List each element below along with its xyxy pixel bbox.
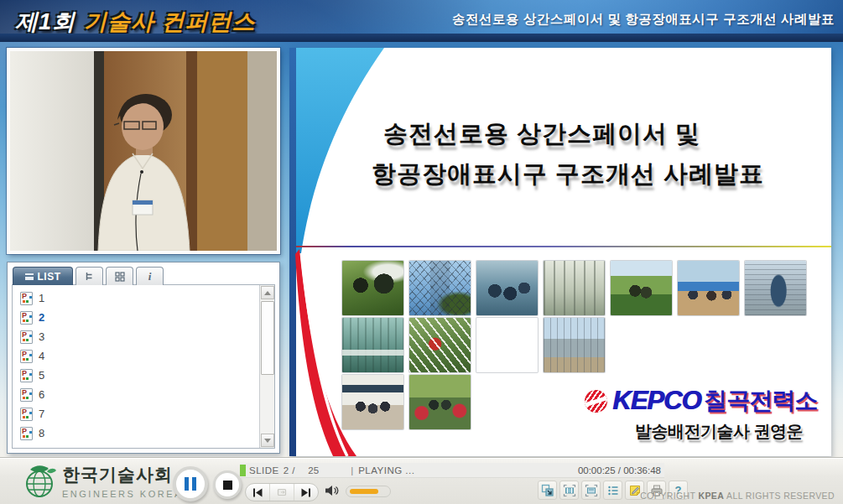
photo-substation-worker <box>745 261 806 315</box>
mute-button[interactable] <box>324 484 341 501</box>
video-fullscreen-button[interactable] <box>559 481 579 500</box>
copyright-notice: COPYRIGHT KPEA ALL RIGHTS RESERVED <box>640 491 835 501</box>
photo-row-3 <box>342 375 471 429</box>
list-item[interactable]: 7 <box>14 404 256 423</box>
stop-button[interactable] <box>213 470 242 499</box>
tab-list[interactable]: LIST <box>13 267 73 285</box>
pause-icon <box>192 477 196 491</box>
presentation-player-window: 제1회기술사 컨퍼런스 송전선로용 상간스페이서 및 항공장애표시구 구조개선 … <box>0 0 843 504</box>
photo-transmission-tower <box>409 261 471 315</box>
list-item[interactable]: 2 <box>14 308 256 327</box>
scroll-up-button[interactable] <box>261 286 274 299</box>
list-icon <box>25 273 34 280</box>
slide-list-box: 1 2 3 4 5 6 7 8 9 10 <box>12 284 275 449</box>
event-number: 제1회 <box>15 9 75 34</box>
event-title: 제1회기술사 컨퍼런스 <box>15 7 256 37</box>
list-item[interactable]: 3 <box>14 327 256 346</box>
presenter-video <box>7 48 280 254</box>
slide-doc-icon <box>20 330 33 344</box>
index-list-button[interactable] <box>603 481 622 500</box>
photo-control-room <box>342 318 403 372</box>
slide-doc-icon <box>20 408 33 421</box>
slide-fullscreen-button[interactable] <box>581 481 601 500</box>
scroll-down-button[interactable] <box>261 434 274 447</box>
previous-icon <box>251 487 264 498</box>
slide-total: 25 <box>308 465 319 475</box>
photo-group-flowers <box>409 375 471 429</box>
slide-title-line2: 항공장애표시구 구조개선 사례발표 <box>372 153 764 194</box>
tab-thumbnails[interactable] <box>106 267 133 285</box>
list-item-label: 8 <box>39 427 44 439</box>
slide-doc-icon <box>20 388 33 402</box>
list-item[interactable]: 1 <box>14 288 256 308</box>
kepco-ball-icon <box>585 390 607 413</box>
video-zoom-icon <box>563 484 576 497</box>
list-scrollbar[interactable] <box>259 285 274 448</box>
scrollbar-thumb[interactable] <box>261 301 274 375</box>
photo-switchgear <box>544 261 605 315</box>
copyright-org: KPEA <box>698 491 724 501</box>
list-item[interactable]: 4 <box>14 346 256 366</box>
photo-substation-yard <box>544 318 605 372</box>
next-slide-button[interactable] <box>294 484 318 501</box>
slide-title-line1: 송전선로용 상간스페이서 및 <box>372 113 764 153</box>
kepco-logo: KEPCO 칠곡전력소 <box>585 385 817 417</box>
slide-list-panel: LIST i 1 <box>7 262 280 454</box>
arrow-down-icon <box>264 439 271 443</box>
next-icon <box>299 487 313 498</box>
slide-transport-controls <box>245 483 319 501</box>
tab-outline[interactable] <box>75 267 103 285</box>
slide-doc-icon <box>20 311 33 325</box>
arrow-up-icon <box>264 291 271 295</box>
org-names: 한국기술사회 ENGINEERS KOREA <box>62 463 183 499</box>
list-item-label: 7 <box>39 408 44 420</box>
slide-doc-icon <box>20 427 33 440</box>
time-display: 00:00:25 / 00:36:48 <box>578 465 661 475</box>
tab-list-label: LIST <box>38 271 61 283</box>
slide-divider-line <box>296 246 831 247</box>
sync-slide-button[interactable] <box>269 484 294 501</box>
kepco-wordmark: KEPCO <box>612 386 700 416</box>
engineers-korea-emblem <box>22 463 57 500</box>
volume-slider[interactable] <box>346 486 391 497</box>
slide-list: 1 2 3 4 5 6 7 8 9 10 <box>14 288 256 446</box>
playback-status-bar: SLIDE 2 / 25 | PLAYING ... 00:00:25 / 00… <box>240 463 664 478</box>
list-panel-tabs: LIST i <box>12 266 275 285</box>
photo-vegetation-inspection <box>342 261 403 315</box>
presenter-video-frame <box>10 51 277 251</box>
photo-insulator-line <box>409 318 471 372</box>
photo-helmet-workers <box>476 318 538 372</box>
tab-info[interactable]: i <box>136 267 164 285</box>
slide-zoom-icon <box>585 484 598 497</box>
index-list-icon <box>606 484 620 497</box>
pause-icon <box>185 477 189 491</box>
org-name-kr: 한국기술사회 <box>62 463 183 486</box>
pause-button[interactable] <box>173 466 208 501</box>
copyright-prefix: COPYRIGHT <box>640 491 695 501</box>
slide-view: 송전선로용 상간스페이서 및 항공장애표시구 구조개선 사례발표 KEPCO <box>289 48 831 456</box>
previous-slide-button[interactable] <box>246 484 269 501</box>
list-item-label: 6 <box>39 388 44 401</box>
playback-status: PLAYING ... <box>358 465 414 475</box>
list-item[interactable]: 6 <box>14 385 256 404</box>
swap-layout-icon <box>541 484 554 497</box>
outline-tree-icon <box>84 271 95 282</box>
slide-doc-icon <box>20 292 33 305</box>
list-item-label: 5 <box>39 369 44 382</box>
presentation-title: 송전선로용 상간스페이서 및 항공장애표시구 구조개선 사례발표 <box>452 11 835 29</box>
header-banner: 제1회기술사 컨퍼런스 송전선로용 상간스페이서 및 항공장애표시구 구조개선 … <box>0 0 843 42</box>
photo-group-banner <box>678 261 739 315</box>
photo-plant-workers <box>476 261 538 315</box>
memo-icon <box>628 484 642 497</box>
org-name-en: ENGINEERS KOREA <box>62 489 183 499</box>
volume-level <box>350 489 378 494</box>
info-icon: i <box>148 270 152 283</box>
list-item[interactable]: 9 <box>14 443 256 446</box>
list-item[interactable]: 5 <box>14 366 256 385</box>
status-pipe: | <box>351 465 353 475</box>
swap-layout-button[interactable] <box>538 481 557 500</box>
sync-icon <box>276 487 289 498</box>
photo-field-survey <box>611 261 672 315</box>
slide-slash: / <box>292 465 294 475</box>
list-item[interactable]: 8 <box>14 423 256 443</box>
